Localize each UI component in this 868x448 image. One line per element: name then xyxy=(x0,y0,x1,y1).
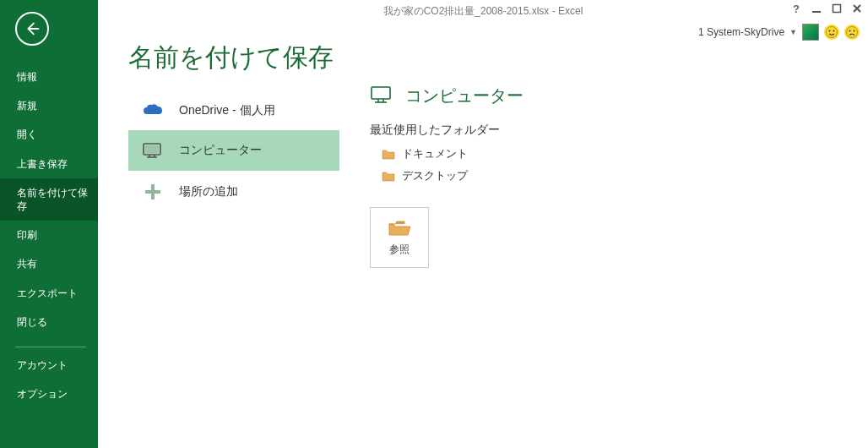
recent-folder-desktop[interactable]: デスクトップ xyxy=(370,165,524,187)
add-place-icon xyxy=(142,183,164,201)
nav-options[interactable]: オプション xyxy=(0,380,98,408)
detail-column: コンピューター 最近使用したフォルダー ドキュメント デスクトップ 参照 xyxy=(370,85,524,448)
recent-folders-label: 最近使用したフォルダー xyxy=(370,123,524,138)
svg-rect-15 xyxy=(372,87,390,99)
location-label: コンピューター xyxy=(179,143,262,158)
computer-icon xyxy=(370,85,393,107)
folder-label: ドキュメント xyxy=(402,146,468,161)
content-area: 名前を付けて保存 OneDrive - 個人用 コンピューター 場所の追加 xyxy=(98,0,868,448)
folder-icon xyxy=(382,149,395,160)
folder-label: デスクトップ xyxy=(402,168,468,183)
nav-print[interactable]: 印刷 xyxy=(0,221,98,249)
nav-export[interactable]: エクスポート xyxy=(0,279,98,308)
browse-label: 参照 xyxy=(389,243,410,257)
location-onedrive[interactable]: OneDrive - 個人用 xyxy=(128,91,339,130)
recent-folder-documents[interactable]: ドキュメント xyxy=(370,143,524,165)
folder-open-icon xyxy=(388,219,411,238)
folder-icon xyxy=(382,171,395,182)
nav-new[interactable]: 新規 xyxy=(0,91,98,120)
nav-list: 情報 新規 開く 上書き保存 名前を付けて保存 印刷 共有 エクスポート 閉じる… xyxy=(0,63,98,408)
location-label: OneDrive - 個人用 xyxy=(179,103,275,118)
nav-account[interactable]: アカウント xyxy=(0,351,98,380)
location-add-place[interactable]: 場所の追加 xyxy=(128,171,339,213)
computer-icon xyxy=(142,142,164,159)
nav-open[interactable]: 開く xyxy=(0,120,98,149)
svg-rect-14 xyxy=(145,190,160,194)
svg-rect-9 xyxy=(145,145,159,153)
nav-close[interactable]: 閉じる xyxy=(0,308,98,336)
backstage-sidebar: 情報 新規 開く 上書き保存 名前を付けて保存 印刷 共有 エクスポート 閉じる… xyxy=(0,0,98,448)
nav-separator xyxy=(15,347,86,347)
nav-info[interactable]: 情報 xyxy=(0,63,98,91)
locations-column: OneDrive - 個人用 コンピューター 場所の追加 xyxy=(128,91,339,448)
nav-save-as[interactable]: 名前を付けて保存 xyxy=(0,178,98,221)
nav-share[interactable]: 共有 xyxy=(0,249,98,278)
browse-button[interactable]: 参照 xyxy=(370,207,429,268)
onedrive-icon xyxy=(142,103,164,118)
arrow-left-icon xyxy=(23,19,41,38)
location-label: 場所の追加 xyxy=(179,184,238,199)
location-computer[interactable]: コンピューター xyxy=(128,130,339,171)
page-title: 名前を付けて保存 xyxy=(128,41,334,75)
nav-save[interactable]: 上書き保存 xyxy=(0,150,98,178)
detail-title: コンピューター xyxy=(405,85,524,107)
back-button[interactable] xyxy=(15,12,49,46)
detail-header: コンピューター xyxy=(370,85,524,107)
